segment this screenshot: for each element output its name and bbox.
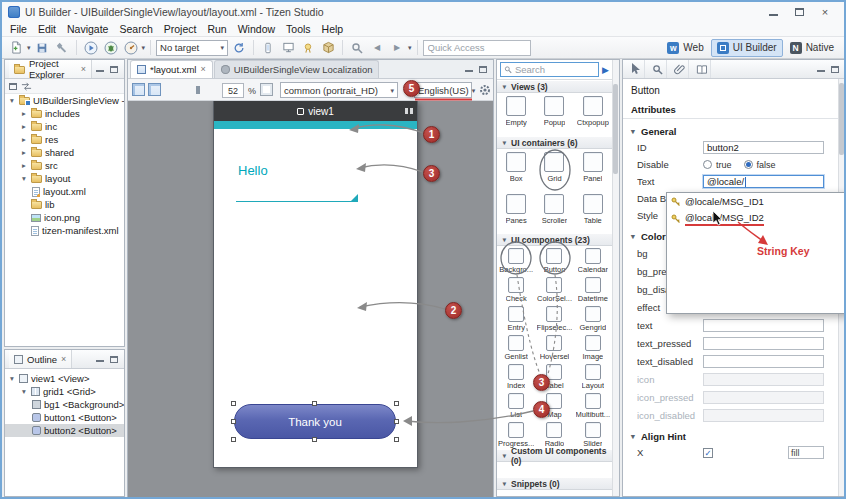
run-dropdown-icon[interactable]: ▾ — [142, 44, 146, 51]
autocomplete-option-1[interactable]: @locale/MSG_ID1 — [667, 193, 846, 210]
profile-selector[interactable]: common (portrait_HD) ▾ — [280, 82, 398, 98]
project-explorer-tab[interactable]: Project Explorer × — [9, 60, 92, 78]
build-hammer-icon[interactable] — [53, 39, 71, 57]
view-header[interactable]: view1 — [214, 101, 417, 121]
text-input[interactable]: @locale/ — [703, 175, 824, 188]
palette-item[interactable]: ColorSel... — [535, 275, 573, 304]
section-general[interactable]: ▾General — [623, 123, 845, 139]
menu-item[interactable]: Navigate — [67, 23, 108, 35]
palette-item[interactable]: Popup — [535, 93, 573, 136]
color-input[interactable] — [703, 355, 824, 368]
gear-icon[interactable] — [478, 83, 492, 101]
outline-item-grid1[interactable]: ▾grid1 <Grid> — [5, 385, 124, 398]
tree-item-src[interactable]: ▸src — [5, 159, 124, 172]
profile-icon[interactable] — [122, 39, 140, 57]
minimize-view-icon[interactable] — [465, 65, 473, 73]
menu-item[interactable]: Run — [207, 23, 226, 35]
forward-icon[interactable]: ▶ — [388, 39, 406, 57]
palette-item[interactable]: Hoversel — [535, 333, 573, 362]
scrollbar-thumb[interactable] — [839, 83, 844, 155]
tree-item-icon-png[interactable]: icon.png — [5, 211, 124, 224]
palette-scrollbar[interactable] — [612, 60, 619, 496]
tree-item-lib[interactable]: lib — [5, 198, 124, 211]
minimize-view-icon[interactable] — [817, 65, 825, 73]
device-manager-icon[interactable] — [279, 39, 297, 57]
outline-item-button2[interactable]: button2 <Button> — [5, 424, 124, 437]
canvas-label-hello[interactable]: Hello — [238, 163, 268, 178]
selection-handle-w[interactable] — [231, 419, 236, 424]
color-input[interactable] — [703, 409, 824, 422]
expander-icon[interactable]: ▸ — [20, 161, 28, 170]
run-icon[interactable] — [82, 39, 100, 57]
tree-item-res[interactable]: ▸res — [5, 133, 124, 146]
pointer-tool-icon[interactable] — [627, 60, 645, 78]
close-button[interactable]: × — [812, 4, 838, 20]
maximize-view-icon[interactable] — [110, 66, 118, 73]
fit-page-icon[interactable] — [260, 83, 273, 96]
selection-handle-se[interactable] — [394, 437, 399, 442]
expander-icon[interactable]: ▾ — [20, 387, 28, 396]
palette-item[interactable]: Scroller — [535, 191, 573, 233]
grid-view-icon[interactable] — [148, 83, 161, 96]
palette-section-containers[interactable]: ▾UI containers (6) — [497, 136, 612, 149]
selection-handle-nw[interactable] — [231, 401, 236, 406]
canvas-button-thank-you[interactable]: Thank you — [234, 404, 396, 439]
zoom-slider-handle[interactable] — [196, 86, 200, 94]
maximize-view-icon[interactable] — [831, 66, 839, 73]
help-book-icon[interactable] — [693, 60, 711, 78]
perspective-web[interactable]: w Web — [662, 39, 708, 57]
palette-item[interactable]: Empty — [497, 93, 535, 136]
search-go-icon[interactable]: ▶ — [602, 65, 609, 75]
outline-item-bg1[interactable]: bg1 <Background> — [5, 398, 124, 411]
palette-item[interactable]: Entry — [497, 304, 535, 333]
scrollbar-thumb[interactable] — [613, 84, 618, 174]
close-icon[interactable]: × — [61, 355, 66, 364]
palette-item[interactable]: Multibutt... — [574, 391, 612, 420]
disable-true-radio[interactable] — [703, 160, 712, 169]
palette-item[interactable]: Flipselec... — [535, 304, 573, 333]
entry-resize-grip[interactable] — [351, 194, 358, 201]
tab-layout-xml[interactable]: *layout.xml × — [130, 60, 213, 78]
expander-icon[interactable]: ▾ — [20, 174, 28, 183]
outline-item-view1[interactable]: ▾view1 <View> — [5, 372, 124, 385]
maximize-button[interactable] — [786, 4, 812, 20]
color-input[interactable] — [703, 391, 824, 404]
palette-item[interactable]: Table — [574, 191, 612, 233]
autocomplete-option-2[interactable]: @locale/MSG_ID2 — [667, 210, 846, 227]
palette-section-components[interactable]: ▾UI components (23) — [497, 233, 612, 246]
palette-item[interactable]: Backgro... — [497, 246, 535, 275]
section-align-hint[interactable]: ▾Align Hint — [623, 428, 845, 444]
menu-item[interactable]: Edit — [38, 23, 56, 35]
close-icon[interactable]: × — [200, 65, 205, 74]
selection-handle-e[interactable] — [394, 419, 399, 424]
maximize-view-icon[interactable] — [110, 356, 118, 363]
language-selector[interactable]: English(US) ▾ — [414, 82, 472, 98]
maximize-view-icon[interactable] — [479, 66, 487, 73]
certificate-icon[interactable] — [299, 39, 317, 57]
align-x-fill-select[interactable]: fill — [788, 446, 824, 459]
id-input[interactable]: button2 — [703, 141, 824, 154]
palette-search-box[interactable] — [500, 62, 599, 77]
palette-item[interactable]: Ctxpopup — [574, 93, 612, 136]
color-input[interactable] — [703, 319, 824, 332]
design-canvas[interactable]: view1 Hello Thank you — [128, 101, 493, 497]
design-view-icon[interactable] — [132, 83, 145, 96]
align-x-checkbox[interactable]: ✓ — [703, 448, 713, 458]
expander-icon[interactable]: ▸ — [20, 135, 28, 144]
minimize-button[interactable] — [760, 4, 786, 20]
forward-dropdown-icon[interactable]: ▾ — [408, 44, 412, 51]
package-manager-icon[interactable] — [319, 39, 337, 57]
minimize-view-icon[interactable] — [96, 355, 104, 363]
palette-item[interactable]: Calendar — [574, 246, 612, 275]
outline-tab[interactable]: Outline × — [9, 350, 72, 368]
palette-item[interactable]: Grid — [535, 149, 573, 191]
palette-item[interactable]: Panes — [497, 191, 535, 233]
menu-item[interactable]: Project — [164, 23, 197, 35]
search-icon[interactable] — [348, 39, 366, 57]
minimize-view-icon[interactable] — [96, 65, 104, 73]
tree-item-layout[interactable]: ▾layout — [5, 172, 124, 185]
tree-item-project[interactable]: ▾UIBuilderSingleView - mobile-4.0 — [5, 94, 124, 107]
zoom-value-box[interactable]: 52 — [222, 83, 244, 98]
color-input[interactable] — [703, 373, 824, 386]
expander-icon[interactable]: ▸ — [20, 122, 28, 131]
